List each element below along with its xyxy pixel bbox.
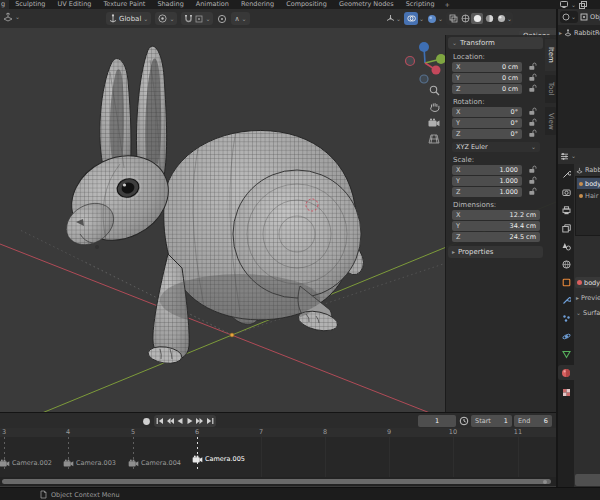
falloff-dropdown[interactable]: ∧ ⌄ [231,12,249,25]
properties-tab-tool[interactable] [558,167,574,182]
material-datablock-selector[interactable]: body [575,277,600,288]
location-y-field[interactable]: Y0 cm [452,73,522,83]
transform-panel-header[interactable]: ⌄ Transform [448,37,543,49]
use-preview-range-icon[interactable] [459,416,469,426]
frame-end-field[interactable]: End 6 [514,415,552,427]
scene-icon[interactable] [560,1,568,8]
snap-controls[interactable]: ⌄ [181,12,213,25]
gizmo-x-axis[interactable] [432,66,441,75]
proportional-editing-icon[interactable] [217,14,227,24]
gizmos-dropdown[interactable]: ⌄ [386,14,401,23]
viewport-3d[interactable]: Options ⌄ Item Tool View ⌄ Transform Loc… [0,28,556,412]
lock-icon[interactable] [528,176,537,185]
workspace-tab-uv-editing[interactable]: UV Editing [52,0,98,9]
lock-icon[interactable] [528,62,537,71]
timeline-marker-camera-003[interactable]: Camera.003 [63,459,116,467]
scale-y-field[interactable]: Y1.000 [452,176,522,186]
zoom-view-icon[interactable] [428,84,441,97]
lock-icon[interactable] [528,107,537,116]
scale-x-field[interactable]: X1.000 [452,165,522,175]
outliner-display-mode-dropdown[interactable]: ⌄ [560,11,578,23]
overlays-dropdown[interactable]: ⌄ [404,12,424,25]
chevron-down-icon[interactable]: ⌄ [507,16,512,22]
dimensions-y-field[interactable]: Y34.4 cm [452,221,540,231]
expand-icon[interactable]: ▸ [559,30,562,36]
timeline-marker-camera-002[interactable]: Camera.002 [0,459,52,467]
lock-icon[interactable] [528,187,537,196]
sidebar-tab-tool[interactable]: Tool [545,75,556,103]
auto-keying-button[interactable] [141,415,151,427]
move-view-icon[interactable] [428,100,441,113]
workspace-tab-texture-paint[interactable]: Texture Paint [97,0,151,9]
rotation-y-field[interactable]: Y0° [452,118,522,128]
sidebar-tab-view[interactable]: View [545,107,556,135]
timeline-marker-camera-004[interactable]: Camera.004 [128,459,181,467]
dimensions-z-field[interactable]: Z24.5 cm [452,232,540,242]
next-keyframe-button[interactable] [195,415,205,427]
view-layer-icon[interactable] [579,1,587,9]
jump-to-start-button[interactable] [155,415,165,427]
filter-object-icon[interactable] [580,13,588,21]
gizmo-z-neg-axis[interactable] [420,75,428,83]
orientation-dropdown[interactable]: Global ⌄ [106,12,151,25]
preview-section-header[interactable]: ▸ Preview [576,294,600,302]
lock-icon[interactable] [528,165,537,174]
properties-tab-texture[interactable] [558,385,574,400]
dimensions-x-field[interactable]: X12.2 cm [452,210,540,220]
properties-tab-particles[interactable] [558,311,574,326]
gizmo-z-axis[interactable] [419,42,429,52]
jump-to-end-button[interactable] [205,415,215,427]
editor-type-selector[interactable]: ⌄ [3,12,20,22]
properties-panel-header[interactable]: ▸ Properties [448,246,543,258]
surface-section-header[interactable]: ⌄ Surface [576,309,600,317]
workspace-tab-animation[interactable]: Animation [190,0,235,9]
outliner-item-rabbit[interactable]: ▸ RabbitRe [559,29,600,37]
properties-tab-material[interactable] [558,365,574,380]
properties-tab-view-layer[interactable] [558,221,574,236]
properties-tab-modifiers[interactable] [558,293,574,308]
workspace-tab-compositing[interactable]: Compositing [280,0,333,9]
lock-icon[interactable] [528,73,537,82]
timeline-marker-camera-005[interactable]: Camera.005 [192,455,245,463]
shading-rendered-button[interactable] [495,13,507,24]
shading-solid-button[interactable] [471,13,483,24]
properties-tab-render[interactable] [558,185,574,200]
navigation-gizmo[interactable] [405,37,447,85]
material-slot-hair[interactable]: Hair [577,190,600,201]
location-x-field[interactable]: X0 cm [452,62,522,72]
pivot-dropdown[interactable]: ⌄ [155,12,177,25]
horizontal-scrollbar[interactable] [2,479,551,484]
workspace-tab-rendering[interactable]: Rendering [235,0,280,9]
toggle-xray-button[interactable] [447,13,459,24]
properties-bottom-button[interactable] [575,474,600,486]
timeline-track-area[interactable]: Camera.002 Camera.003 Camera.004 Camera.… [0,437,556,477]
properties-tab-object[interactable] [558,275,574,290]
chevron-down-icon[interactable]: ⌄ [571,2,576,8]
gizmo-x-neg-axis[interactable] [406,57,415,66]
frame-start-field[interactable]: Start 1 [471,415,512,427]
add-workspace-button[interactable]: + [441,1,454,9]
workspace-tab-sculpting[interactable]: Sculpting [9,0,51,9]
timeline-ruler[interactable]: 3 4 5 6 7 8 9 10 11 [0,428,556,437]
lock-icon[interactable] [528,129,537,138]
location-z-field[interactable]: Z0 cm [452,84,522,94]
rotation-z-field[interactable]: Z0° [452,129,522,139]
rotation-x-field[interactable]: X0° [452,107,522,117]
properties-tab-data[interactable] [558,347,574,362]
properties-tab-scene[interactable] [558,239,574,254]
current-frame-field[interactable]: 1 [418,415,456,427]
properties-tab-physics[interactable] [558,329,574,344]
shading-material-button[interactable] [483,13,495,24]
camera-view-icon[interactable] [427,116,440,129]
properties-tab-output[interactable] [558,203,574,218]
play-reverse-button[interactable] [175,415,185,427]
material-slot-body[interactable]: body [577,178,600,189]
xray-dropdown[interactable]: ⌄ [427,14,443,24]
play-button[interactable] [185,415,195,427]
workspace-tab-cut[interactable]: g [0,0,9,9]
lock-icon[interactable] [528,118,537,127]
rotation-mode-dropdown[interactable]: XYZ Euler ⌄ [452,142,540,152]
workspace-tab-scripting[interactable]: Scripting [400,0,441,9]
properties-tab-world[interactable] [558,257,574,272]
scale-z-field[interactable]: Z1.000 [452,187,522,197]
